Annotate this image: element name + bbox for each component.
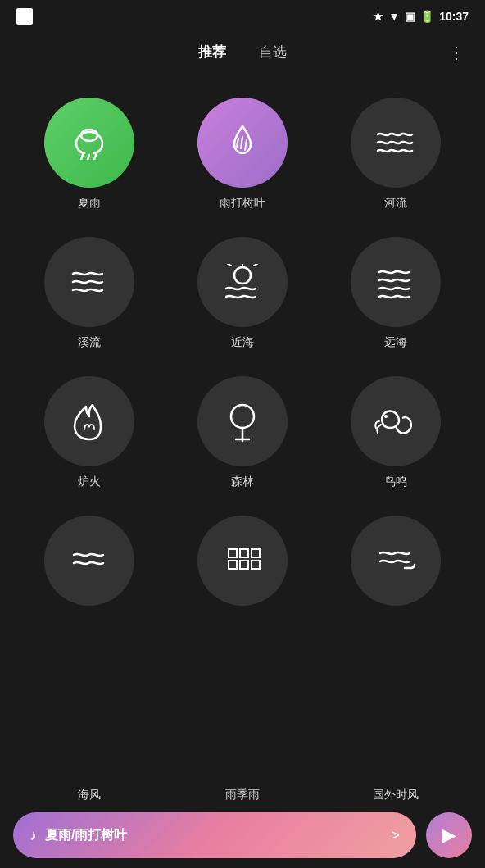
grid-item-xi-liu[interactable]: 溪流 [13, 224, 166, 363]
circle-yuan-hai [351, 237, 441, 327]
partial-item-guo-wai-shi-feng[interactable] [319, 502, 472, 612]
grid-item-yu-da-shu-ye[interactable]: 雨打树叶 [166, 84, 320, 224]
circle-xia-yu [44, 98, 134, 188]
circle-niao-ming [351, 376, 441, 466]
svg-point-8 [384, 415, 388, 418]
circle-yu-da-shu-ye [197, 98, 288, 188]
label-yu-da-shu-ye: 雨打树叶 [220, 196, 265, 211]
svg-line-3 [94, 155, 96, 160]
status-right: ★ ▼ ▣ 🔋 10:37 [373, 10, 469, 23]
grid-item-sen-lin[interactable]: 森林 [166, 363, 320, 502]
partial-label-yu-ji-yu: 雨季雨 [166, 788, 320, 802]
signal-icon: ▣ [405, 10, 415, 23]
grid-item-jin-hai[interactable]: 近海 [166, 224, 320, 363]
partial-label-guo-wai-shi-feng: 国外时风 [319, 788, 472, 802]
time-display: 10:37 [439, 10, 469, 23]
partial-circle-guo-wai-shi-feng [351, 516, 441, 606]
tab-custom[interactable]: 自选 [259, 43, 287, 61]
player-bar: ♪ 夏雨/雨打树叶 > ▶ [0, 802, 485, 868]
label-yuan-hai: 远海 [384, 335, 407, 350]
label-xia-yu: 夏雨 [78, 196, 101, 211]
label-xi-liu: 溪流 [78, 335, 101, 350]
grid-item-yuan-hai[interactable]: 远海 [319, 224, 472, 363]
star-icon: ★ [373, 10, 383, 23]
circle-jin-hai [197, 237, 288, 327]
partial-circle-hai-feng [44, 516, 134, 606]
wifi-icon: ▼ [388, 10, 400, 23]
label-sen-lin: 森林 [231, 475, 254, 489]
tab-recommended[interactable]: 推荐 [198, 43, 226, 61]
svg-rect-13 [240, 561, 248, 569]
svg-rect-12 [229, 561, 237, 569]
grid-item-xia-yu[interactable]: 夏雨 [13, 84, 166, 224]
svg-line-1 [81, 155, 83, 160]
app-icon [16, 8, 33, 25]
grid-item-lu-huo[interactable]: 炉火 [13, 363, 166, 502]
label-jin-hai: 近海 [231, 335, 254, 350]
svg-rect-14 [252, 561, 260, 569]
grid-item-he-liu[interactable]: 河流 [319, 84, 472, 224]
partial-labels-row: 海风 雨季雨 国外时风 [0, 784, 485, 802]
music-note-icon: ♪ [29, 827, 37, 844]
more-menu-button[interactable]: ⋮ [448, 43, 465, 62]
player-track-name: 夏雨/雨打树叶 [45, 827, 383, 844]
partial-circle-yu-ji-yu [197, 516, 288, 606]
svg-line-2 [88, 155, 89, 160]
status-bar: ★ ▼ ▣ 🔋 10:37 [0, 0, 485, 30]
svg-rect-10 [240, 549, 248, 557]
play-icon: ▶ [442, 825, 456, 846]
label-niao-ming: 鸟鸣 [384, 475, 407, 489]
svg-point-5 [231, 405, 254, 428]
nav-bar: 推荐 自选 ⋮ [0, 30, 485, 68]
label-lu-huo: 炉火 [78, 475, 101, 489]
svg-rect-11 [252, 549, 260, 557]
circle-lu-huo [44, 376, 134, 466]
grid-item-niao-ming[interactable]: 鸟鸣 [319, 363, 472, 502]
svg-point-4 [234, 267, 251, 284]
player-arrow-icon: > [391, 827, 400, 844]
partial-item-hai-feng[interactable] [13, 502, 166, 612]
partial-label-hai-feng: 海风 [13, 788, 166, 802]
partial-item-yu-ji-yu[interactable] [166, 502, 320, 612]
battery-icon: 🔋 [420, 10, 434, 23]
partial-grid [0, 502, 485, 612]
player-play-button[interactable]: ▶ [426, 812, 472, 858]
svg-rect-9 [229, 549, 237, 557]
sound-grid: 夏雨 雨打树叶 河流 [0, 68, 485, 502]
circle-he-liu [351, 98, 441, 188]
label-he-liu: 河流 [384, 196, 407, 211]
player-main-button[interactable]: ♪ 夏雨/雨打树叶 > [13, 812, 416, 858]
circle-sen-lin [197, 376, 288, 466]
circle-xi-liu [44, 237, 134, 327]
